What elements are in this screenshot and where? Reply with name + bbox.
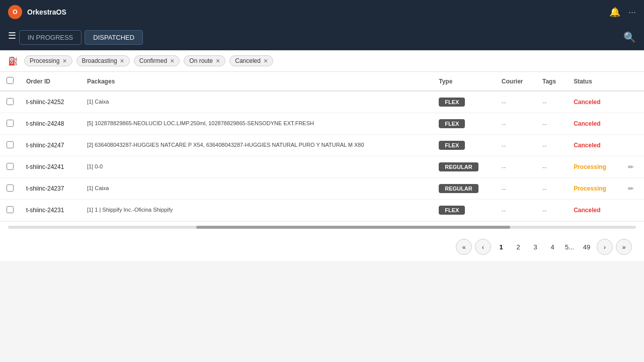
status-value: Canceled [574, 142, 600, 149]
row-checkbox-cell[interactable] [0, 91, 20, 113]
table-row: t-shiinc-24248 [5] 102878829865-NEOLUCID… [0, 113, 644, 135]
search-icon[interactable]: 🔍 [623, 31, 636, 43]
notification-icon[interactable]: 🔔 [609, 7, 620, 18]
toolbar: ☰ IN PROGRESS DISPATCHED 🔍 [0, 24, 644, 50]
scroll-thumb[interactable] [196, 226, 510, 229]
remove-on-route-icon[interactable]: × [216, 57, 220, 64]
row-checkbox-cell[interactable] [0, 135, 20, 156]
page-last[interactable]: 49 [580, 239, 594, 255]
page-4[interactable]: 4 [545, 239, 559, 255]
packages-value: [5] 102878829865-NEOLUCID LOC.LIMP.250ml… [87, 120, 314, 126]
page-2[interactable]: 2 [511, 239, 525, 255]
nav-left: O OrkestraOS [8, 5, 66, 19]
order-id-value: t-shiinc-24231 [26, 207, 64, 214]
type-cell: FLEX [433, 91, 496, 113]
remove-canceled-icon[interactable]: × [264, 57, 268, 64]
courier-cell: -- [496, 200, 536, 221]
order-id-value: t-shiinc-24237 [26, 185, 64, 192]
page-3[interactable]: 3 [528, 239, 542, 255]
order-id-cell: t-shiinc-24247 [20, 135, 81, 156]
actions-cell: ✏ [622, 178, 644, 200]
order-id-cell: t-shiinc-24248 [20, 113, 81, 135]
filter-chip-on-route[interactable]: On route × [184, 55, 225, 66]
type-cell: REGULAR [433, 156, 496, 178]
row-checkbox-cell[interactable] [0, 178, 20, 200]
packages-value: [1] Caixa [87, 185, 109, 191]
filter-chip-confirmed[interactable]: Confirmed × [134, 55, 180, 66]
row-checkbox-cell[interactable] [0, 156, 20, 178]
select-all-checkbox[interactable] [7, 77, 14, 84]
prev-page-button[interactable]: ‹ [475, 239, 491, 255]
type-cell: REGULAR [433, 178, 496, 200]
status-cell: Canceled [568, 91, 622, 113]
tags-cell: -- [536, 91, 568, 113]
row-checkbox[interactable] [7, 163, 14, 170]
packages-cell: [1] 0-0 [81, 156, 433, 178]
actions-cell [622, 113, 644, 135]
type-badge: REGULAR [439, 184, 478, 193]
packages-cell: [2] 636408043287-HUGGIES NATCARE P X54, … [81, 135, 433, 156]
type-badge: FLEX [439, 119, 465, 128]
edit-icon[interactable]: ✏ [628, 185, 634, 193]
page-5-ellipsis[interactable]: 5... [562, 239, 577, 255]
scroll-track[interactable] [8, 226, 636, 229]
courier-cell: -- [496, 113, 536, 135]
col-tags: Tags [536, 72, 568, 91]
row-checkbox[interactable] [7, 141, 14, 148]
filter-label-canceled: Canceled [235, 57, 261, 64]
horizontal-scrollbar[interactable] [0, 221, 644, 233]
tab-dispatched[interactable]: DISPATCHED [85, 30, 143, 45]
actions-cell [622, 91, 644, 113]
tab-in-progress[interactable]: IN PROGRESS [19, 30, 82, 45]
row-checkbox[interactable] [7, 185, 14, 192]
page-1[interactable]: 1 [494, 239, 508, 255]
status-value: Processing [574, 185, 606, 192]
filter-chip-canceled[interactable]: Canceled × [229, 55, 273, 66]
last-page-button[interactable]: » [616, 239, 632, 255]
status-cell: Processing [568, 156, 622, 178]
order-id-cell: t-shiinc-24241 [20, 156, 81, 178]
packages-cell: [1] 1 | Shippify Inc.-Oficina Shippify [81, 200, 433, 221]
row-checkbox[interactable] [7, 98, 14, 105]
order-id-cell: t-shiinc-24231 [20, 200, 81, 221]
more-options-icon[interactable]: ··· [628, 7, 636, 18]
filter-icon: ⛽ [8, 56, 18, 66]
pagination-bar: « ‹ 1 2 3 4 5... 49 › » [0, 233, 644, 261]
menu-icon[interactable]: ☰ [8, 30, 16, 45]
app-name: OrkestraOS [27, 8, 66, 16]
filter-label-on-route: On route [189, 57, 213, 64]
row-checkbox[interactable] [7, 206, 14, 213]
order-id-cell: t-shiinc-24237 [20, 178, 81, 200]
tags-cell: -- [536, 156, 568, 178]
next-page-button[interactable]: › [597, 239, 613, 255]
courier-cell: -- [496, 135, 536, 156]
type-badge: FLEX [439, 206, 465, 215]
status-value: Canceled [574, 120, 600, 127]
select-all-header[interactable] [0, 72, 20, 91]
top-navigation: O OrkestraOS 🔔 ··· [0, 0, 644, 24]
filter-chip-broadcasting[interactable]: Broadcasting × [76, 55, 130, 66]
edit-icon[interactable]: ✏ [628, 163, 634, 171]
first-page-button[interactable]: « [456, 239, 472, 255]
packages-value: [1] Caixa [87, 99, 109, 105]
filter-label-confirmed: Confirmed [139, 57, 167, 64]
packages-cell: [1] Caixa [81, 91, 433, 113]
remove-processing-icon[interactable]: × [62, 57, 66, 64]
order-id-value: t-shiinc-24241 [26, 163, 64, 170]
status-value: Processing [574, 163, 606, 170]
filter-label-processing: Processing [30, 57, 59, 64]
filter-chip-processing[interactable]: Processing × [24, 55, 72, 66]
type-cell: FLEX [433, 200, 496, 221]
tags-cell: -- [536, 113, 568, 135]
table-header-row: Order ID Packages Type Courier Tags Stat… [0, 72, 644, 91]
row-checkbox-cell[interactable] [0, 113, 20, 135]
table-row: t-shiinc-24237 [1] Caixa REGULAR -- -- P… [0, 178, 644, 200]
remove-confirmed-icon[interactable]: × [170, 57, 174, 64]
remove-broadcasting-icon[interactable]: × [120, 57, 124, 64]
courier-cell: -- [496, 91, 536, 113]
row-checkbox[interactable] [7, 120, 14, 127]
row-checkbox-cell[interactable] [0, 200, 20, 221]
actions-cell [622, 200, 644, 221]
type-badge: REGULAR [439, 162, 478, 171]
type-badge: FLEX [439, 98, 465, 107]
